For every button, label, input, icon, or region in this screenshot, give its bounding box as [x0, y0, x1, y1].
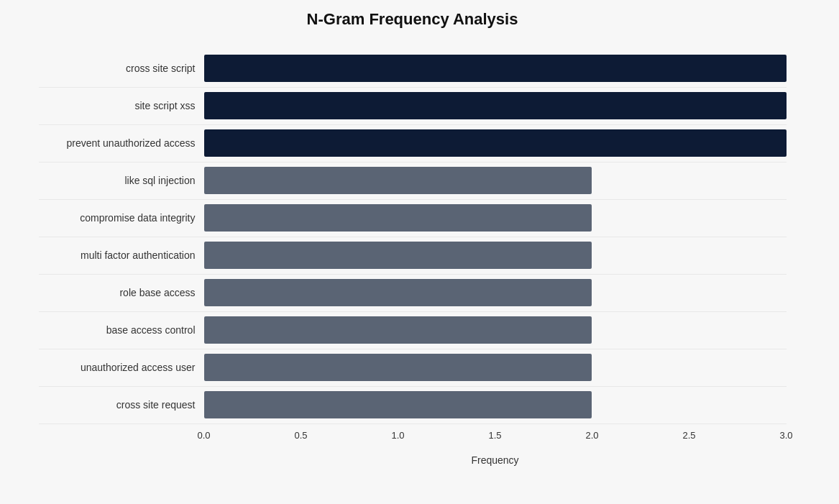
- x-tick: 2.5: [682, 430, 695, 441]
- bar-row: prevent unauthorized access: [39, 125, 787, 162]
- bar-row: cross site request: [39, 387, 787, 424]
- chart-area: cross site scriptsite script xssprevent …: [39, 50, 787, 424]
- bar-row: compromise data integrity: [39, 200, 787, 237]
- bar-row: like sql injection: [39, 162, 787, 200]
- bar-fill: [204, 279, 592, 306]
- bar-track: [204, 92, 787, 119]
- bar-label: site script xss: [39, 100, 204, 111]
- x-axis: 0.00.51.01.52.02.53.0: [39, 430, 787, 452]
- x-axis-inner: 0.00.51.01.52.02.53.0: [204, 430, 787, 452]
- bar-track: [204, 242, 787, 269]
- bar-track: [204, 167, 787, 194]
- bar-fill: [204, 55, 787, 82]
- chart-title: N-Gram Frequency Analysis: [39, 10, 787, 29]
- x-tick: 1.0: [391, 430, 404, 441]
- chart-container: N-Gram Frequency Analysis cross site scr…: [24, 0, 815, 504]
- bar-row: unauthorized access user: [39, 349, 787, 387]
- bar-fill: [204, 316, 592, 344]
- bar-track: [204, 204, 787, 232]
- x-tick: 1.5: [488, 430, 501, 441]
- bar-label: role base access: [39, 287, 204, 298]
- bar-row: multi factor authentication: [39, 237, 787, 275]
- bar-row: base access control: [39, 312, 787, 349]
- bar-fill: [204, 129, 787, 157]
- x-axis-label: Frequency: [39, 454, 787, 466]
- x-tick: 3.0: [779, 430, 792, 441]
- bar-label: prevent unauthorized access: [39, 137, 204, 149]
- x-tick: 0.0: [197, 430, 210, 441]
- bar-row: cross site script: [39, 50, 787, 88]
- bar-track: [204, 316, 787, 344]
- bar-label: compromise data integrity: [39, 212, 204, 224]
- x-tick: 0.5: [294, 430, 307, 441]
- bar-label: cross site request: [39, 399, 204, 411]
- x-tick: 2.0: [585, 430, 598, 441]
- bar-label: unauthorized access user: [39, 362, 204, 373]
- bar-row: site script xss: [39, 88, 787, 125]
- bar-fill: [204, 354, 592, 381]
- bar-fill: [204, 92, 787, 119]
- bar-track: [204, 55, 787, 82]
- bar-fill: [204, 204, 592, 232]
- bar-track: [204, 354, 787, 381]
- bar-track: [204, 391, 787, 418]
- bar-fill: [204, 242, 592, 269]
- bar-label: multi factor authentication: [39, 249, 204, 261]
- bar-track: [204, 129, 787, 157]
- bar-label: base access control: [39, 324, 204, 336]
- bar-fill: [204, 167, 592, 194]
- bar-fill: [204, 391, 592, 418]
- bar-track: [204, 279, 787, 306]
- bar-row: role base access: [39, 275, 787, 312]
- bar-label: like sql injection: [39, 175, 204, 186]
- bar-label: cross site script: [39, 63, 204, 74]
